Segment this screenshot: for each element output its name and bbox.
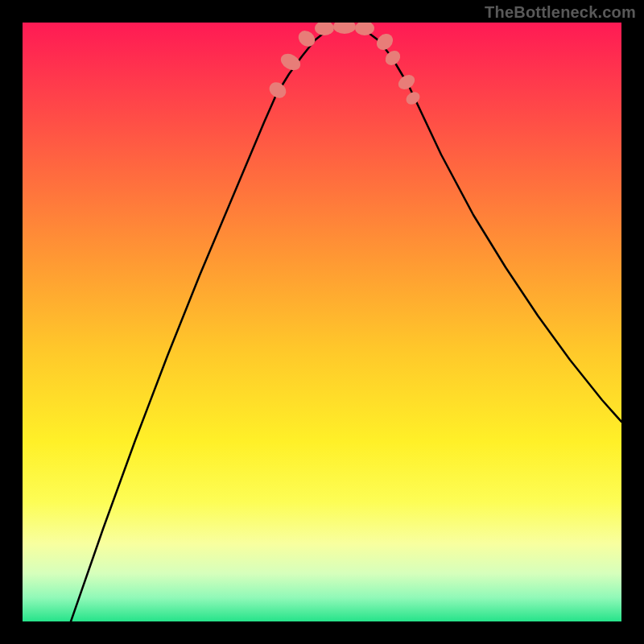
watermark-label: TheBottleneck.com xyxy=(485,3,636,22)
curve-marker xyxy=(395,72,417,93)
bottleneck-curve-path xyxy=(71,27,621,621)
curve-marker xyxy=(266,79,289,101)
curve-marker xyxy=(333,23,356,34)
bottleneck-curve-svg xyxy=(23,23,621,621)
curve-marker xyxy=(315,23,334,35)
curve-marker xyxy=(278,51,303,74)
curve-marker xyxy=(295,27,318,50)
curve-marker xyxy=(355,23,374,35)
curve-marker xyxy=(404,89,423,107)
image-frame: TheBottleneck.com xyxy=(0,0,644,644)
gradient-plot-area xyxy=(23,23,621,621)
